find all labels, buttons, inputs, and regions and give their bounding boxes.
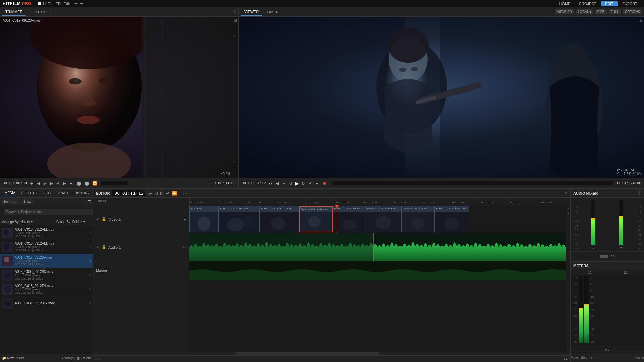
tab-controls[interactable]: CONTROLS bbox=[27, 9, 54, 15]
nav-home[interactable]: HOME bbox=[555, 1, 575, 6]
source-step-fwd-btn[interactable]: ⏭ bbox=[68, 180, 74, 186]
timeline-scrollbar[interactable] bbox=[93, 352, 570, 355]
source-frame-fwd-btn[interactable]: ▶ bbox=[62, 180, 67, 186]
media-item[interactable]: A002_C018_0912E4.mov 6144 x 2592 pixels … bbox=[0, 282, 93, 296]
media-item[interactable]: A002_C008_09129X.mov 6144 x 2592 pixels … bbox=[0, 268, 93, 282]
main-step-fwd-btn[interactable]: ⏭ bbox=[314, 180, 320, 186]
new-media-button[interactable]: New bbox=[22, 199, 33, 204]
nav-export[interactable]: EXPORT bbox=[618, 1, 641, 6]
editor-mark-out-btn[interactable]: ⬏ bbox=[165, 190, 170, 196]
track-color-btn[interactable]: ● bbox=[184, 217, 186, 221]
media-item[interactable]: A001_C010_0912AM.mov 6144 x 2592 pixels … bbox=[0, 240, 93, 254]
video-clip[interactable]: A008_C031_9130DU.mov bbox=[333, 206, 365, 232]
video-clip[interactable]: A008_C031_9130DU.mov bbox=[260, 206, 299, 232]
ptab-text[interactable]: TEXT bbox=[40, 190, 54, 196]
solo-button[interactable]: Solo bbox=[581, 356, 587, 359]
side-scroll-up[interactable]: ▴ bbox=[567, 206, 569, 210]
view-mode-btn[interactable]: VIEW: 2D bbox=[555, 9, 574, 14]
nav-edit[interactable]: EDIT bbox=[601, 1, 618, 6]
main-next-keyframe-btn[interactable]: ▷ bbox=[301, 180, 306, 186]
main-viewer-corner-btn[interactable]: ⊞ bbox=[639, 18, 643, 23]
main-scrub-bar[interactable] bbox=[332, 181, 613, 185]
main-step-back-btn[interactable]: ⏮ bbox=[267, 180, 273, 186]
editor-render-btn[interactable]: ⏩ bbox=[171, 190, 178, 196]
arrange-options-btn[interactable]: ⋮ bbox=[88, 220, 91, 224]
redo-button[interactable]: ↪ bbox=[80, 1, 83, 6]
ptab-media[interactable]: MEDIA bbox=[2, 190, 18, 196]
media-item-options[interactable]: ⊙ bbox=[88, 231, 91, 235]
video-clip[interactable]: A006_C019_91286.mov bbox=[219, 206, 260, 232]
main-record-btn[interactable]: ⏺ bbox=[322, 180, 328, 186]
media-item-options[interactable]: ⊙ bbox=[88, 301, 91, 305]
full-btn[interactable]: FULL bbox=[609, 9, 621, 14]
options-btn[interactable]: OPTIONS bbox=[623, 9, 642, 14]
audio-visibility-btn[interactable]: 👁 bbox=[96, 245, 100, 249]
editor-prev-btn[interactable]: ◁ bbox=[154, 190, 158, 196]
timeline-zoom-in[interactable]: + bbox=[99, 357, 101, 361]
scrollbar-thumb[interactable] bbox=[236, 352, 380, 355]
file-name-label[interactable]: HitFilm EDL Edit bbox=[43, 2, 70, 6]
source-viewer-corner-btn[interactable]: ⊞ bbox=[234, 18, 237, 23]
new-folder-btn[interactable]: 📁 New Folder bbox=[2, 356, 24, 360]
mute-button[interactable]: Mute bbox=[571, 356, 578, 359]
source-mark-in-btn[interactable]: ⬐ bbox=[42, 180, 48, 186]
delete-btn[interactable]: 🗑 Delete bbox=[77, 356, 91, 360]
video-clip[interactable]: 124T.mov bbox=[189, 206, 219, 232]
media-item-selected[interactable]: A001_C012_09123F.mov 6144 x 2592 pixels … bbox=[0, 254, 93, 268]
media-item[interactable]: A003_C031_0912317.mov ⊙ bbox=[0, 296, 93, 310]
source-mark-out-btn[interactable]: ⬏ bbox=[55, 180, 61, 186]
main-mark-in-btn[interactable]: ⬐ bbox=[281, 180, 286, 186]
main-prev-keyframe-btn[interactable]: ◁ bbox=[288, 180, 293, 186]
nav-project[interactable]: PROJECT bbox=[575, 1, 600, 6]
media-item-options[interactable]: ⊙ bbox=[88, 245, 91, 249]
media-item[interactable]: A001_C010_0912AM.mov 6144 x 2592 pixels … bbox=[0, 226, 93, 240]
editor-next-btn[interactable]: ▷ bbox=[160, 190, 164, 196]
color-mode-btn[interactable]: RGB bbox=[595, 9, 607, 14]
source-step-back-btn[interactable]: ⏮ bbox=[29, 180, 35, 186]
arrange-by-dropdown[interactable]: Arrange By: Name▾ bbox=[2, 220, 33, 224]
main-frame-back-btn[interactable]: ◀ bbox=[275, 180, 280, 186]
ptab-effects[interactable]: EFFECTS bbox=[19, 190, 40, 196]
editor-tool-add-track[interactable]: + bbox=[185, 191, 187, 195]
side-add-track[interactable]: + bbox=[567, 348, 569, 352]
media-list-view-btn[interactable]: ⊞ bbox=[84, 200, 87, 204]
ptab-history[interactable]: HISTORY bbox=[72, 190, 92, 196]
track-visibility-btn[interactable]: 👁 bbox=[96, 217, 100, 221]
local-mode-btn[interactable]: LOCAL ▾ bbox=[576, 9, 593, 14]
video-clip[interactable]: A008_C031_913DU.mov bbox=[435, 206, 469, 232]
audio-track-options-btn[interactable]: ⚙ bbox=[183, 245, 186, 249]
timeline-zoom-out[interactable]: - bbox=[95, 357, 97, 361]
media-item-options[interactable]: ⊙ bbox=[88, 273, 91, 277]
media-search-input[interactable] bbox=[4, 209, 93, 215]
audio-lock-btn[interactable]: 🔒 bbox=[102, 245, 106, 249]
source-scrub-bar[interactable] bbox=[101, 181, 128, 185]
source-loop-btn[interactable]: 🔁 bbox=[91, 180, 98, 186]
undo-button[interactable]: ↩ bbox=[75, 1, 78, 6]
source-play-btn[interactable]: ▶ bbox=[49, 180, 54, 186]
side-scroll-down[interactable]: ▾ bbox=[567, 212, 569, 215]
meter-link-btn[interactable]: ⊙ bbox=[590, 356, 593, 359]
media-item-options[interactable]: ⊙ bbox=[88, 287, 91, 291]
main-mark-out-btn[interactable]: ⬏ bbox=[308, 180, 313, 186]
media-item-options-selected[interactable]: ⊙ bbox=[88, 259, 91, 263]
video-clip-active[interactable]: A010_C016_9133U.mov bbox=[299, 206, 333, 232]
fader-knob[interactable] bbox=[600, 255, 608, 258]
video-clip[interactable]: A010_C014_913WV.mov bbox=[365, 206, 402, 232]
main-play-btn[interactable]: ▶ bbox=[294, 180, 300, 187]
source-insert-btn[interactable]: ⬤ bbox=[76, 180, 82, 186]
editor-tool-arrow[interactable]: ↕ bbox=[182, 191, 184, 195]
media-grid-view-btn[interactable]: ☰ bbox=[88, 200, 91, 204]
ptab-track[interactable]: TRACK bbox=[55, 190, 71, 196]
tab-trimmer[interactable]: TRIMMER bbox=[2, 8, 26, 16]
source-frame-back-btn[interactable]: ◀ bbox=[36, 180, 41, 186]
audio-mixer-info-btn[interactable]: ⓘ bbox=[638, 191, 641, 196]
editor-close-btn[interactable]: ✕ bbox=[565, 191, 568, 195]
editor-mark-in-btn[interactable]: ⬐ bbox=[148, 190, 153, 196]
tab-layer[interactable]: LAYER bbox=[263, 9, 282, 15]
source-overwrite-btn[interactable]: ⬤ bbox=[84, 180, 90, 186]
panel-info-icon[interactable]: ⓘ bbox=[233, 9, 236, 14]
video-clip[interactable]: A010_C007_913A5.mov bbox=[402, 206, 435, 232]
group-by-dropdown[interactable]: Group By: Folder▾ bbox=[56, 220, 85, 224]
import-button[interactable]: Import... bbox=[2, 199, 18, 204]
tab-viewer[interactable]: VIEWER bbox=[241, 8, 262, 16]
